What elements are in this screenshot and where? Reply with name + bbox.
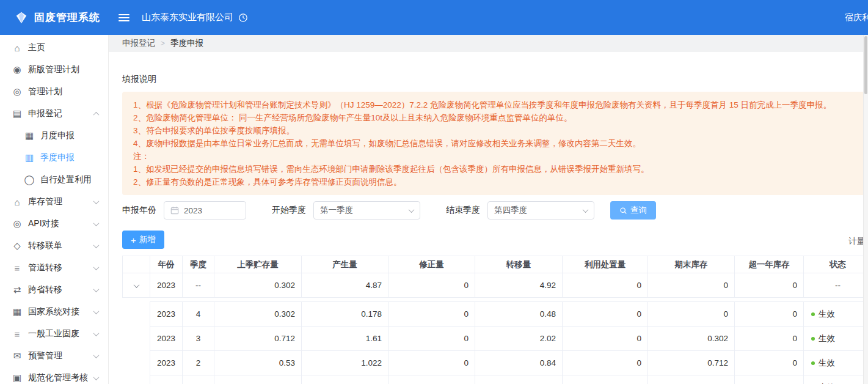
- pipeline-icon: ≡: [11, 263, 23, 273]
- sidebar-item-declaration-register[interactable]: ▤ 申报登记: [0, 103, 108, 125]
- sidebar-item-label: 国家系统对接: [28, 306, 79, 317]
- sidebar-item-label: 申报登记: [28, 108, 62, 119]
- cell-over-one-year: 0: [735, 375, 804, 384]
- sidebar-item-api[interactable]: ◎ API对接: [0, 213, 108, 235]
- vertical-scrollbar[interactable]: [863, 35, 868, 384]
- clock-icon[interactable]: [238, 13, 248, 23]
- cell-quarter: 2: [183, 351, 214, 375]
- sidebar-item-label: 自行处置利用: [40, 174, 92, 185]
- top-header: 固废管理系统 山东泰东实业有限公司 宿庆利: [0, 0, 868, 35]
- sidebar-item-transfer-manifest[interactable]: ◇ 转移联单: [0, 235, 108, 257]
- chevron-down-icon: [93, 352, 100, 358]
- end-quarter-select[interactable]: 第四季度: [487, 201, 594, 220]
- cell-quarter: 1: [183, 375, 214, 384]
- start-quarter-label: 开始季度: [272, 205, 306, 216]
- main-area: 申报登记 > 季度申报 填报说明 1、根据《危险废物管理计划和管理台账制定技术导…: [109, 35, 868, 384]
- cell-produced: 2.06: [302, 375, 388, 384]
- search-button-label: 查询: [630, 205, 647, 216]
- national-system-icon: ▦: [11, 306, 23, 317]
- new-plan-icon: ◉: [11, 64, 23, 75]
- monthly-declaration-icon: ▦: [23, 130, 35, 141]
- start-quarter-select[interactable]: 第一季度: [313, 201, 420, 220]
- cell-utilized: 0: [563, 327, 648, 351]
- assessment-icon: ▣: [11, 372, 23, 383]
- cell-status: 生效: [804, 375, 868, 384]
- notice-line: 1、根据《危险废物管理计划和管理台账制定技术导则》（HJ 1259—2022）7…: [133, 98, 868, 111]
- breadcrumb-current: 季度申报: [170, 38, 203, 49]
- cell-year: 2023: [150, 302, 183, 327]
- notice-line: 1、如发现已经提交的申报信息填写错误，需向生态环境部门申请删除该季度起往后（包含…: [133, 163, 868, 175]
- gem-logo-icon: [15, 11, 28, 24]
- status-label: 生效: [819, 334, 835, 343]
- username[interactable]: 宿庆利: [845, 12, 868, 23]
- col-header-ending: 期末库存: [648, 256, 735, 273]
- interprovincial-icon: ⇄: [11, 284, 23, 295]
- chevron-down-icon: [93, 330, 100, 336]
- chevron-down-icon: [93, 286, 100, 292]
- sidebar-item-quarterly-declaration[interactable]: ▥ 季度申报: [0, 147, 108, 169]
- year-label: 申报年份: [122, 205, 156, 216]
- table-row[interactable]: 2023 4 0.302 0.178 0 0.48 0 0 0 生效: [123, 302, 868, 327]
- table-row[interactable]: 2023 3 0.712 1.61 0 2.02 0 0.302 0 生效: [123, 327, 868, 351]
- add-button[interactable]: + 新增: [122, 231, 164, 249]
- summary-row[interactable]: 2023 -- 0.302 4.87 0 4.92 0 0 0 --: [123, 273, 868, 298]
- sidebar-item-national-system[interactable]: ▦ 国家系统对接: [0, 301, 108, 323]
- sidebar-item-pipeline-transfer[interactable]: ≡ 管道转移: [0, 257, 108, 279]
- chevron-down-icon: [409, 207, 415, 213]
- cell-transferred: 0.48: [475, 302, 563, 327]
- sidebar-item-label: 季度申报: [40, 152, 75, 163]
- expand-cell-empty: [123, 302, 150, 327]
- sidebar-item-home[interactable]: ⌂ 主页: [0, 37, 108, 59]
- cell-ending: 0: [648, 302, 735, 327]
- status-dot: [811, 361, 815, 365]
- year-input[interactable]: 2023: [164, 201, 246, 220]
- sidebar-item-new-management-plan[interactable]: ◉ 新版管理计划: [0, 59, 108, 81]
- sidebar-item-management-plan[interactable]: ◎ 管理计划: [0, 81, 108, 103]
- manifest-icon: ◇: [11, 240, 23, 251]
- col-header-status: 状态: [804, 256, 868, 273]
- cell-transferred: 2.02: [475, 327, 563, 351]
- breadcrumb-parent[interactable]: 申报登记: [122, 38, 155, 49]
- inventory-icon: ⌂: [11, 197, 23, 207]
- table-row[interactable]: 2023 2 0.53 1.022 0 0.84 0 0.712 0 生效: [123, 351, 868, 375]
- sidebar-item-general-industrial-waste[interactable]: ≡ 一般工业固废: [0, 323, 108, 345]
- sidebar-item-interprovincial-transfer[interactable]: ⇄ 跨省转移: [0, 279, 108, 301]
- cell-utilized: 0: [563, 351, 648, 375]
- quarterly-declaration-icon: ▥: [23, 152, 35, 163]
- sidebar-item-standardization-assessment[interactable]: ▣ 规范化管理考核: [0, 367, 108, 384]
- cell-corrected: 0: [388, 351, 475, 375]
- notice-line: 3、符合申报要求的单位按季度按顺序填报。: [133, 124, 868, 137]
- cell-corrected: 0: [388, 375, 475, 384]
- sidebar-item-warning-management[interactable]: ✉ 预警管理: [0, 345, 108, 367]
- sidebar-item-label: 预警管理: [28, 350, 62, 361]
- cell-prev-storage: 0.302: [214, 302, 302, 327]
- sidebar-item-monthly-declaration[interactable]: ▦ 月度申报: [0, 125, 108, 147]
- cell-status: 生效: [804, 327, 868, 351]
- scrollbar-thumb[interactable]: [864, 36, 867, 94]
- chevron-up-icon: [93, 111, 100, 117]
- cell-corrected: 0: [388, 273, 475, 298]
- register-icon: ▤: [11, 108, 23, 119]
- menu-toggle-icon[interactable]: [119, 14, 129, 21]
- filter-bar: 申报年份 2023 开始季度 第一季度 结束季度 第四季度: [122, 201, 868, 220]
- sidebar-item-inventory[interactable]: ⌂ 库存管理: [0, 191, 108, 213]
- cell-over-one-year: 0: [735, 327, 804, 351]
- cell-status: --: [804, 273, 868, 298]
- col-header-produced: 产生量: [302, 256, 388, 273]
- col-header-quarter: 季度: [183, 256, 214, 273]
- collapse-caret-icon[interactable]: [133, 282, 139, 288]
- search-button[interactable]: 查询: [610, 201, 656, 220]
- search-icon: [619, 207, 627, 215]
- notice-line: 2、修正量有负数的是正常现象，具体可参考库存管理修正页面说明信息。: [133, 175, 868, 188]
- notice-box: 1、根据《危险废物管理计划和管理台账制定技术导则》（HJ 1259—2022）7…: [122, 92, 868, 195]
- expand-cell: [123, 273, 150, 298]
- cell-utilized: 0: [563, 302, 648, 327]
- sidebar-item-self-disposal[interactable]: ◯ 自行处置利用: [0, 169, 108, 191]
- chevron-down-icon: [93, 374, 100, 380]
- sidebar-item-label: 管道转移: [28, 262, 62, 273]
- chevron-down-icon: [93, 198, 100, 204]
- cell-quarter: --: [183, 273, 214, 298]
- table-row[interactable]: 2023 1 0.05 2.06 0 1.58 0 0.53 0 生效: [123, 375, 868, 384]
- cell-over-one-year: 0: [735, 273, 804, 298]
- cell-prev-storage: 0.302: [214, 273, 302, 298]
